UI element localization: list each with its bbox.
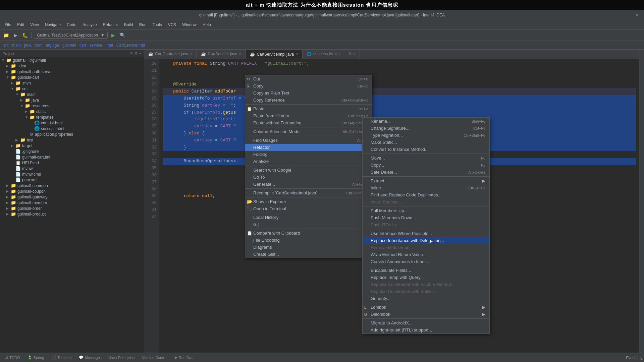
cm-local-history[interactable]: Local History ▶	[245, 214, 372, 221]
rf-delombok[interactable]: D Delombok ▶	[363, 311, 489, 318]
cm-file-encoding[interactable]: File Encoding	[245, 237, 372, 244]
tree-order[interactable]: ▶ 📁 gulimall-order	[0, 205, 144, 211]
tree-mvnwcmd[interactable]: 📄 mvnw.cmd	[0, 171, 144, 177]
close-button[interactable]: ✕	[634, 12, 641, 18]
rf-replace-temp[interactable]: Replace Temp with Query...	[363, 274, 489, 281]
bc-cart[interactable]: cart	[79, 43, 86, 48]
tree-member[interactable]: ▶ 📁 gulimall-member	[0, 200, 144, 205]
tab-todo[interactable]: ☑ TODO	[1, 354, 23, 361]
tab-close-cartcontroller[interactable]: ✕	[190, 52, 193, 56]
cm-recompile[interactable]: Recompile 'CartServiceImpl.java' Ctrl+Sh…	[245, 189, 372, 196]
tree-success[interactable]: 🌐 success.html	[0, 126, 144, 131]
tree-static[interactable]: ▶ 📁 static	[0, 109, 144, 114]
tree-java[interactable]: ▶ 📁 java	[0, 97, 144, 103]
tree-src[interactable]: ▼ 📁 src	[0, 86, 144, 92]
tree-idea[interactable]: ▶ 📁 .idea	[0, 63, 144, 69]
cm-compare-clipboard[interactable]: 📋 Compare with Clipboard	[245, 230, 372, 237]
tab-close-cartserviceimpl[interactable]: ✕	[296, 52, 298, 56]
cm-create-gist[interactable]: Create Gist...	[245, 251, 372, 258]
tab-messages[interactable]: 💬 Messages	[75, 354, 105, 361]
bc-com[interactable]: com	[35, 43, 43, 48]
rf-remove-middleman[interactable]: Remove Middleman...	[363, 244, 489, 251]
menu-view[interactable]: View	[28, 22, 42, 28]
rf-rename[interactable]: Rename... Shift+F6	[363, 118, 489, 125]
tree-test[interactable]: ▶ 📁 test	[0, 137, 144, 143]
rf-extract[interactable]: Extract ▶	[363, 177, 489, 184]
run-icon[interactable]: ▶	[11, 31, 19, 39]
cm-folding[interactable]: Folding ▶	[245, 151, 372, 158]
cm-col-sel[interactable]: Column Selection Mode Alt+Shift+Insert	[245, 128, 372, 135]
bc-atguigu[interactable]: atguigu	[46, 43, 59, 48]
bc-service[interactable]: service	[90, 43, 102, 48]
menu-edit[interactable]: Edit	[14, 22, 27, 28]
menu-build[interactable]: Build	[121, 22, 136, 28]
run-config-dropdown[interactable]: GulimallTestSsoClient2Application ▼	[34, 32, 108, 39]
rf-push-down[interactable]: Push Members Down...	[363, 214, 489, 221]
rf-use-interface[interactable]: Use Interface Where Possible...	[363, 230, 489, 237]
rf-type-migration[interactable]: Type Migration... Ctrl+Shift+F6	[363, 132, 489, 139]
tree-main[interactable]: ▼ 📁 main	[0, 92, 144, 97]
cm-show-explorer[interactable]: 📂 Show in Explorer	[245, 198, 372, 205]
rf-move[interactable]: Move... F6	[363, 155, 489, 162]
tree-product[interactable]: ▶ 📁 gulimall-product	[0, 211, 144, 217]
rf-replace-ctor-factory[interactable]: Replace Constructor with Factory Method.…	[363, 281, 489, 288]
menu-tools[interactable]: Tools	[150, 22, 165, 28]
tree-common[interactable]: ▶ 📁 gulimall-common	[0, 183, 144, 188]
sidebar-sync-icon[interactable]: ⟳	[130, 51, 133, 56]
rf-make-static[interactable]: Make Static...	[363, 139, 489, 146]
cm-search-google[interactable]: Search with Google	[245, 167, 372, 174]
cm-paste-nofmt[interactable]: Paste without Formatting Ctrl+Alt+Shift+…	[245, 119, 372, 126]
right-scrollbar[interactable]	[639, 50, 644, 353]
rf-convert-instance[interactable]: Convert To Instance Method...	[363, 146, 489, 153]
search-everywhere-icon[interactable]: 🔍	[118, 31, 126, 39]
rf-encapsulate[interactable]: Encapsulate Fields...	[363, 267, 489, 274]
tree-gateway[interactable]: ▶ 📁 gulimall-gateway	[0, 194, 144, 200]
tree-gitignore[interactable]: 📄 .gitignore	[0, 148, 144, 154]
menu-analyze[interactable]: Analyze	[80, 22, 100, 28]
rf-migrate-androidx[interactable]: Migrate to AndroidX...	[363, 319, 489, 326]
rf-anon-inner[interactable]: Convert Anonymous to Inner...	[363, 258, 489, 265]
rf-inline[interactable]: Inline... Ctrl+Alt+N	[363, 184, 489, 191]
tree-gulimall[interactable]: ▼ 📁 gulimall F:\gulimall	[0, 57, 144, 63]
cm-cut[interactable]: ✂ Cut Ctrl+X	[245, 75, 372, 82]
tab-spring[interactable]: 🍃 Spring	[24, 354, 48, 361]
cm-diagrams[interactable]: Diagrams ▶	[245, 244, 372, 251]
cm-generate[interactable]: Generate... Alt+Insert	[245, 181, 372, 188]
sidebar-minimize-icon[interactable]: −	[139, 51, 141, 56]
rf-replace-inheritance[interactable]: Replace Inheritance with Delegation...	[363, 237, 489, 244]
run-button[interactable]: ▶	[109, 31, 117, 39]
menu-window[interactable]: Window	[179, 22, 199, 28]
tree-appprops[interactable]: ⚙ application.properties	[0, 131, 144, 137]
tree-iml[interactable]: 📄 gulimall-cart.iml	[0, 154, 144, 160]
tab-it[interactable]: it ✕	[345, 50, 360, 59]
rf-wrap-return[interactable]: Wrap Method Return Value...	[363, 251, 489, 258]
tree-pom[interactable]: 📄 pom.xml	[0, 177, 144, 183]
tab-success[interactable]: 🌐 success.html ✕	[303, 50, 345, 59]
rf-safe-delete[interactable]: Safe Delete... Alt+Delete	[363, 169, 489, 176]
bc-java[interactable]: java	[24, 43, 32, 48]
menu-run[interactable]: Run	[137, 22, 149, 28]
cm-open-terminal[interactable]: ⬛ Open in Terminal	[245, 205, 372, 212]
tree-cart[interactable]: ▼ 📁 gulimall-cart	[0, 74, 144, 80]
rf-copy[interactable]: Copy... F5	[363, 162, 489, 169]
project-icon[interactable]: 📁	[2, 31, 10, 39]
bc-src[interactable]: src	[3, 43, 9, 48]
menu-help[interactable]: Help	[200, 22, 214, 28]
tree-cartlist[interactable]: 🌐 cartList.html	[0, 120, 144, 126]
menu-vcs[interactable]: VCS	[165, 22, 179, 28]
tree-auth-server[interactable]: ▶ 📁 gulimall-auth-server	[0, 69, 144, 74]
bc-main[interactable]: main	[12, 43, 21, 48]
rf-invert-bool[interactable]: Invert Boolean...	[363, 198, 489, 205]
rf-change-sig[interactable]: Change Signature... Ctrl+F6	[363, 125, 489, 132]
tab-terminal[interactable]: ⬛ Terminal	[48, 354, 75, 361]
bc-impl[interactable]: impl	[106, 43, 113, 48]
cm-paste[interactable]: 📋 Paste Ctrl+V	[245, 105, 372, 112]
menu-code[interactable]: Code	[64, 22, 79, 28]
tab-cartserviceimpl[interactable]: ☕ CartServiceImpl.java ✕	[246, 50, 303, 59]
menu-navigate[interactable]: Navigate	[42, 22, 63, 28]
rf-find-replace-dup[interactable]: Find and Replace Code Duplicates...	[363, 191, 489, 198]
tree-resources[interactable]: ▼ 📁 resources	[0, 103, 144, 109]
tab-run-da[interactable]: ▶ Run Da...	[171, 354, 198, 361]
tab-close-it[interactable]: ✕	[353, 52, 356, 56]
rf-lombok[interactable]: L Lombok ▶	[363, 304, 489, 311]
